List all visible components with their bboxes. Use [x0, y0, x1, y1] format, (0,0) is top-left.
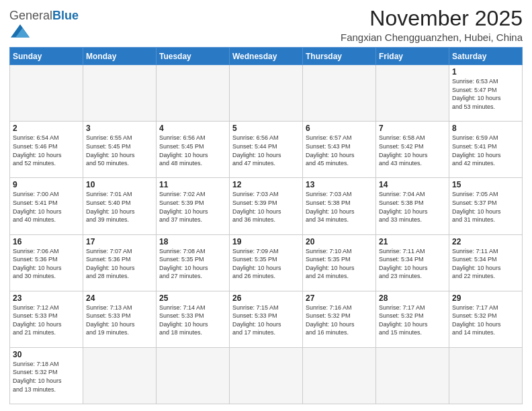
header-wednesday: Wednesday — [230, 48, 303, 65]
day-info: Sunrise: 7:13 AMSunset: 5:33 PMDaylight:… — [86, 304, 153, 337]
table-row: 24Sunrise: 7:13 AMSunset: 5:33 PMDayligh… — [83, 291, 157, 347]
day-number: 27 — [306, 293, 373, 303]
day-info: Sunrise: 7:07 AMSunset: 5:36 PMDaylight:… — [86, 247, 153, 281]
table-row: 10Sunrise: 7:01 AMSunset: 5:40 PMDayligh… — [83, 178, 157, 234]
calendar-week-row: 1Sunrise: 6:53 AMSunset: 5:47 PMDaylight… — [10, 65, 523, 122]
day-number: 22 — [452, 237, 519, 246]
logo-text: GeneralBlue — [9, 9, 79, 21]
day-number: 16 — [13, 237, 80, 246]
day-number: 23 — [13, 293, 80, 303]
table-row: 7Sunrise: 6:58 AMSunset: 5:42 PMDaylight… — [376, 122, 449, 178]
table-row: 2Sunrise: 6:54 AMSunset: 5:46 PMDaylight… — [10, 122, 83, 178]
day-info: Sunrise: 7:10 AMSunset: 5:35 PMDaylight:… — [306, 247, 373, 281]
day-info: Sunrise: 7:17 AMSunset: 5:32 PMDaylight:… — [379, 304, 446, 337]
calendar-week-row: 9Sunrise: 7:00 AMSunset: 5:41 PMDaylight… — [10, 178, 523, 234]
table-row: 28Sunrise: 7:17 AMSunset: 5:32 PMDayligh… — [376, 291, 449, 347]
table-row: 23Sunrise: 7:12 AMSunset: 5:33 PMDayligh… — [10, 291, 83, 347]
table-row: 14Sunrise: 7:04 AMSunset: 5:38 PMDayligh… — [376, 178, 449, 234]
day-number: 1 — [452, 67, 519, 77]
day-number: 28 — [379, 293, 446, 303]
day-info: Sunrise: 7:11 AMSunset: 5:34 PMDaylight:… — [379, 247, 446, 281]
table-row: 8Sunrise: 6:59 AMSunset: 5:41 PMDaylight… — [449, 122, 523, 178]
day-info: Sunrise: 7:00 AMSunset: 5:41 PMDaylight:… — [13, 190, 80, 224]
day-number: 11 — [159, 180, 226, 189]
day-info: Sunrise: 7:16 AMSunset: 5:32 PMDaylight:… — [306, 304, 373, 337]
table-row: 12Sunrise: 7:03 AMSunset: 5:39 PMDayligh… — [230, 178, 303, 234]
calendar-body: 1Sunrise: 6:53 AMSunset: 5:47 PMDaylight… — [10, 65, 523, 404]
day-info: Sunrise: 6:54 AMSunset: 5:46 PMDaylight:… — [13, 134, 80, 167]
day-info: Sunrise: 6:56 AMSunset: 5:44 PMDaylight:… — [232, 134, 300, 167]
table-row — [449, 347, 523, 404]
day-number: 10 — [86, 180, 153, 189]
day-number: 14 — [379, 180, 446, 189]
table-row: 15Sunrise: 7:05 AMSunset: 5:37 PMDayligh… — [449, 178, 523, 234]
day-number: 2 — [13, 124, 80, 133]
day-number: 3 — [86, 124, 153, 133]
table-row — [157, 65, 230, 122]
table-row: 1Sunrise: 6:53 AMSunset: 5:47 PMDaylight… — [449, 65, 523, 122]
table-row — [230, 65, 303, 122]
day-info: Sunrise: 7:09 AMSunset: 5:35 PMDaylight:… — [232, 247, 300, 281]
calendar-week-row: 23Sunrise: 7:12 AMSunset: 5:33 PMDayligh… — [10, 291, 523, 347]
day-info: Sunrise: 7:08 AMSunset: 5:35 PMDaylight:… — [159, 247, 226, 281]
table-row: 29Sunrise: 7:17 AMSunset: 5:32 PMDayligh… — [449, 291, 523, 347]
calendar-header: Sunday Monday Tuesday Wednesday Thursday… — [10, 48, 523, 65]
calendar-week-row: 16Sunrise: 7:06 AMSunset: 5:36 PMDayligh… — [10, 234, 523, 291]
day-info: Sunrise: 6:53 AMSunset: 5:47 PMDaylight:… — [452, 77, 519, 111]
day-number: 15 — [452, 180, 519, 189]
calendar-table: Sunday Monday Tuesday Wednesday Thursday… — [9, 47, 523, 404]
day-info: Sunrise: 7:11 AMSunset: 5:34 PMDaylight:… — [452, 247, 519, 281]
header: GeneralBlue November 2025 Fangxian Cheng… — [9, 7, 523, 43]
table-row — [157, 347, 230, 404]
table-row — [303, 347, 376, 404]
day-info: Sunrise: 7:14 AMSunset: 5:33 PMDaylight:… — [159, 304, 226, 337]
logo-icon — [11, 21, 30, 40]
table-row: 13Sunrise: 7:03 AMSunset: 5:38 PMDayligh… — [303, 178, 376, 234]
table-row: 22Sunrise: 7:11 AMSunset: 5:34 PMDayligh… — [449, 234, 523, 291]
day-number: 13 — [306, 180, 373, 189]
day-number: 7 — [379, 124, 446, 133]
calendar-week-row: 30Sunrise: 7:18 AMSunset: 5:32 PMDayligh… — [10, 347, 523, 404]
day-info: Sunrise: 7:15 AMSunset: 5:33 PMDaylight:… — [232, 304, 300, 337]
day-number: 19 — [232, 237, 300, 246]
logo-blue: Blue — [52, 9, 79, 22]
title-block: November 2025 Fangxian Chengguanzhen, Hu… — [341, 7, 523, 43]
day-info: Sunrise: 6:59 AMSunset: 5:41 PMDaylight:… — [452, 134, 519, 167]
header-sunday: Sunday — [10, 48, 83, 65]
day-info: Sunrise: 7:18 AMSunset: 5:32 PMDaylight:… — [13, 360, 80, 394]
day-number: 21 — [379, 237, 446, 246]
table-row — [83, 65, 157, 122]
table-row — [376, 65, 449, 122]
table-row: 4Sunrise: 6:56 AMSunset: 5:45 PMDaylight… — [157, 122, 230, 178]
header-thursday: Thursday — [303, 48, 376, 65]
day-info: Sunrise: 7:03 AMSunset: 5:39 PMDaylight:… — [232, 190, 300, 224]
table-row: 30Sunrise: 7:18 AMSunset: 5:32 PMDayligh… — [10, 347, 83, 404]
table-row: 9Sunrise: 7:00 AMSunset: 5:41 PMDaylight… — [10, 178, 83, 234]
day-number: 29 — [452, 293, 519, 303]
day-info: Sunrise: 7:05 AMSunset: 5:37 PMDaylight:… — [452, 190, 519, 224]
table-row — [83, 347, 157, 404]
logo-general: General — [9, 9, 52, 22]
table-row: 16Sunrise: 7:06 AMSunset: 5:36 PMDayligh… — [10, 234, 83, 291]
day-info: Sunrise: 7:01 AMSunset: 5:40 PMDaylight:… — [86, 190, 153, 224]
table-row — [230, 347, 303, 404]
day-number: 6 — [306, 124, 373, 133]
table-row: 17Sunrise: 7:07 AMSunset: 5:36 PMDayligh… — [83, 234, 157, 291]
day-number: 9 — [13, 180, 80, 189]
day-number: 18 — [159, 237, 226, 246]
table-row: 6Sunrise: 6:57 AMSunset: 5:43 PMDaylight… — [303, 122, 376, 178]
day-info: Sunrise: 7:04 AMSunset: 5:38 PMDaylight:… — [379, 190, 446, 224]
day-number: 8 — [452, 124, 519, 133]
day-number: 5 — [232, 124, 300, 133]
day-info: Sunrise: 6:57 AMSunset: 5:43 PMDaylight:… — [306, 134, 373, 167]
day-number: 25 — [159, 293, 226, 303]
header-tuesday: Tuesday — [157, 48, 230, 65]
table-row: 19Sunrise: 7:09 AMSunset: 5:35 PMDayligh… — [230, 234, 303, 291]
table-row: 26Sunrise: 7:15 AMSunset: 5:33 PMDayligh… — [230, 291, 303, 347]
day-info: Sunrise: 6:55 AMSunset: 5:45 PMDaylight:… — [86, 134, 153, 167]
table-row: 3Sunrise: 6:55 AMSunset: 5:45 PMDaylight… — [83, 122, 157, 178]
table-row: 18Sunrise: 7:08 AMSunset: 5:35 PMDayligh… — [157, 234, 230, 291]
header-saturday: Saturday — [449, 48, 523, 65]
header-friday: Friday — [376, 48, 449, 65]
table-row: 5Sunrise: 6:56 AMSunset: 5:44 PMDaylight… — [230, 122, 303, 178]
